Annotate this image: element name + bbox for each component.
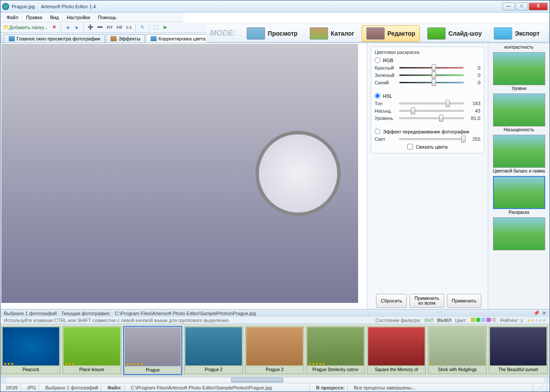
blue-label: Синий [375,80,396,85]
minimize-button[interactable]: — [503,3,515,10]
apply-all-button[interactable]: Применить ко всем [409,294,444,308]
mode-export-button[interactable]: Экспорт [489,25,544,42]
hue-label: Тон [375,101,396,106]
maximize-button[interactable]: □ [516,3,528,10]
menu-file[interactable]: Файл [3,14,22,21]
panel-title: Цветовая раскраска [375,50,480,55]
thumbnail-image [429,327,486,365]
preset-balance[interactable]: Цветовой баланс и гамма [490,135,548,173]
mode-slideshow-button[interactable]: Слайд-шоу [423,25,486,42]
thumb-sunset[interactable]: The Beautiful sunset [489,326,548,374]
preset-colorize[interactable]: Раскраска [490,176,548,215]
thumb-prague-2[interactable]: Prague 2 [184,326,243,374]
mode-catalog-button[interactable]: Каталог [305,25,359,42]
pin-icon[interactable]: 📌 [533,310,540,316]
thumb-place-leisure[interactable]: ★★★Place leisure [62,326,121,374]
play-icon [427,27,446,40]
thumb-prague[interactable]: ★★★★★Prague [123,326,182,375]
mode-editor-button[interactable]: Редактор [362,25,420,42]
thumb-stork[interactable]: ★Stork with fledglings [428,326,487,374]
current-photo-label: Текущая фотография: [61,311,111,316]
color-filter-dots[interactable] [470,318,496,323]
preset-strip[interactable]: контрастность Уровни Насыщенность Цветов… [488,43,550,309]
thumbnail-image [307,327,364,365]
hue-value: 183 [466,101,480,106]
link-colors-checkbox[interactable] [407,144,413,149]
status-selected: Выбрано 1 фотографий [43,383,101,392]
rgb-label: RGB [383,58,393,63]
preview-image [1,44,358,303]
fullscreen-button[interactable]: ⛶ [152,23,160,31]
main-area: Цветовая раскраска RGB Красный0 Зеленый0… [0,43,550,309]
filter-off[interactable]: ВЫКЛ [437,318,452,323]
red-slider[interactable] [399,65,464,71]
fit-button[interactable]: FIT [106,23,114,31]
menu-settings[interactable]: Настройки [63,14,94,21]
menu-edit[interactable]: Правка [23,14,46,21]
preview-pane[interactable] [0,43,367,309]
thumb-peacock[interactable]: ★★★Peacock [1,326,60,374]
export-icon [494,27,512,40]
one-to-one-button[interactable]: 1:1 [125,23,133,31]
green-slider[interactable] [399,72,464,78]
sat-value: 43 [466,108,480,113]
mode-view-button[interactable]: Просмотр [242,25,302,42]
rotate-button[interactable]: ↻ [138,23,146,31]
preset-saturation[interactable]: Насыщенность [490,93,548,132]
app-icon [2,3,9,10]
thumb-prague-3[interactable]: Prague 3 [245,326,304,374]
sat-slider[interactable] [399,108,464,114]
thumbnail-scrollbar[interactable] [0,377,550,383]
hsl-radio[interactable] [375,93,380,99]
crossproc-radio[interactable] [375,129,380,134]
status-file-label: Файл: [107,385,122,390]
color-filter-label: Цвет: [455,318,467,323]
title-filename: Prague.jpg [12,4,35,9]
delete-button[interactable]: ✕ [50,23,58,31]
red-value: 0 [466,65,480,70]
filter-on[interactable]: ВКЛ [425,318,434,323]
zoom-out-button[interactable]: ➖ [96,23,104,31]
next-button[interactable]: ► [73,23,81,31]
lev-label: Уровень [375,116,396,121]
rgb-radio[interactable] [375,57,380,63]
thumb-square-memory[interactable]: Square the Memory of [367,326,426,374]
light-value: 255 [466,136,480,142]
rating-filter-stars[interactable]: ★★★★★ [527,318,546,323]
resize-grip-icon[interactable]: ⋰ [537,383,547,392]
reset-button[interactable]: Сбросить [376,294,407,308]
current-photo-path: C:\Program Files\Artensoft Photo Editor\… [115,311,256,316]
tab-main-preview[interactable]: Главное окно просмотра фотографии [4,34,105,43]
sat-label: Насыщ. [375,108,396,113]
apply-button[interactable]: Применить [447,294,481,308]
blue-slider[interactable] [399,80,464,86]
zoom-in-button[interactable]: ➕ [87,23,94,31]
preset-levels[interactable]: Уровни [490,52,548,91]
menu-help[interactable]: Помощь [94,14,120,21]
thumbnail-strip[interactable]: ★★★Peacock ★★★Place leisure ★★★★★Prague … [0,324,550,377]
menu-view[interactable]: Вид [47,14,62,21]
close-button[interactable]: X [529,3,548,10]
preset-contrast[interactable]: контрастность [490,45,548,50]
lev-slider[interactable] [399,115,464,121]
preset-thumbnail [493,176,545,209]
preset-next[interactable] [490,217,548,250]
info-close-button[interactable]: ✕ [542,310,546,316]
light-slider[interactable] [399,136,464,142]
thumbnail-image [368,327,425,365]
lev-value: 81.0 [466,116,480,121]
gallery-icon [310,27,328,40]
hint-strip: Используйте клавиши CTRL или SHIFT совме… [0,317,550,324]
mode-bar: MODE: Просмотр Каталог Редактор Слайд-шо… [206,25,548,42]
play-button[interactable]: ▶ [161,23,169,31]
crossproc-label: Эффект передерживание фотографии [383,129,469,134]
fill-button[interactable]: Fill [115,23,123,31]
hue-slider[interactable] [399,100,464,106]
add-folder-button[interactable]: 📁 Добавить папку... [2,23,48,31]
prev-button[interactable]: ◄ [64,23,71,31]
filter-state-label: Состояние фильтра: [376,318,421,323]
tab-effects[interactable]: Эффекты [106,34,145,43]
thumb-prague-strelecky[interactable]: ★★★★★Prague Strelecky ostrov [306,326,365,374]
preset-thumbnail [493,217,545,250]
tab-color-correction[interactable]: Корректировка цвета [146,34,210,43]
